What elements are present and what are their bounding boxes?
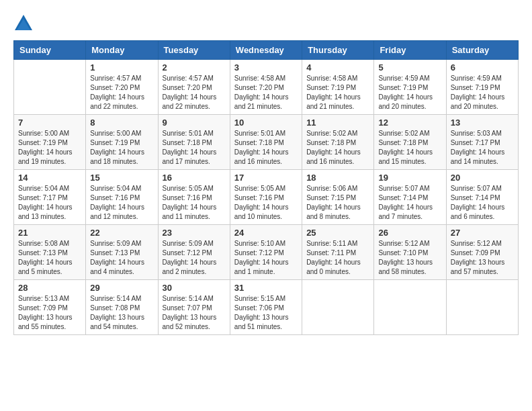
day-info: Sunrise: 5:12 AM Sunset: 7:10 PM Dayligh… — [378, 239, 441, 277]
calendar-cell: 8Sunrise: 5:00 AM Sunset: 7:19 PM Daylig… — [86, 115, 158, 170]
day-info: Sunrise: 5:09 AM Sunset: 7:12 PM Dayligh… — [163, 239, 226, 277]
day-number: 23 — [163, 228, 226, 238]
calendar-cell: 30Sunrise: 5:14 AM Sunset: 7:07 PM Dayli… — [158, 280, 230, 335]
day-number: 4 — [306, 62, 369, 73]
day-info: Sunrise: 5:01 AM Sunset: 7:18 PM Dayligh… — [163, 129, 226, 167]
calendar-table: SundayMondayTuesdayWednesdayThursdayFrid… — [13, 40, 519, 335]
calendar-cell: 16Sunrise: 5:05 AM Sunset: 7:16 PM Dayli… — [158, 170, 230, 225]
calendar-week-1: 1Sunrise: 4:57 AM Sunset: 7:20 PM Daylig… — [14, 60, 519, 115]
calendar-cell: 21Sunrise: 5:08 AM Sunset: 7:13 PM Dayli… — [14, 225, 86, 280]
day-info: Sunrise: 5:00 AM Sunset: 7:19 PM Dayligh… — [90, 129, 153, 167]
weekday-header-row: SundayMondayTuesdayWednesdayThursdayFrid… — [14, 41, 519, 60]
day-info: Sunrise: 5:10 AM Sunset: 7:12 PM Dayligh… — [234, 239, 298, 277]
day-info: Sunrise: 4:57 AM Sunset: 7:20 PM Dayligh… — [163, 74, 226, 111]
calendar-cell: 28Sunrise: 5:13 AM Sunset: 7:09 PM Dayli… — [14, 280, 86, 335]
day-number: 16 — [163, 173, 226, 183]
day-info: Sunrise: 4:57 AM Sunset: 7:20 PM Dayligh… — [90, 74, 153, 111]
day-number: 17 — [234, 173, 298, 183]
day-number: 24 — [234, 228, 298, 238]
day-number: 26 — [378, 228, 441, 238]
calendar-cell: 7Sunrise: 5:00 AM Sunset: 7:19 PM Daylig… — [14, 115, 86, 170]
day-info: Sunrise: 5:00 AM Sunset: 7:19 PM Dayligh… — [18, 129, 81, 167]
calendar-cell — [14, 60, 86, 115]
logo — [13, 13, 36, 34]
day-number: 30 — [163, 283, 226, 293]
calendar-cell: 13Sunrise: 5:03 AM Sunset: 7:17 PM Dayli… — [446, 115, 518, 170]
calendar-cell: 2Sunrise: 4:57 AM Sunset: 7:20 PM Daylig… — [158, 60, 230, 115]
calendar-cell: 27Sunrise: 5:12 AM Sunset: 7:09 PM Dayli… — [446, 225, 518, 280]
day-number: 1 — [90, 62, 153, 73]
day-info: Sunrise: 5:08 AM Sunset: 7:13 PM Dayligh… — [18, 239, 81, 277]
day-info: Sunrise: 5:14 AM Sunset: 7:07 PM Dayligh… — [163, 294, 226, 332]
day-info: Sunrise: 5:07 AM Sunset: 7:14 PM Dayligh… — [378, 184, 441, 222]
weekday-header-wednesday: Wednesday — [230, 41, 302, 60]
calendar-cell: 18Sunrise: 5:06 AM Sunset: 7:15 PM Dayli… — [302, 170, 374, 225]
day-info: Sunrise: 5:03 AM Sunset: 7:17 PM Dayligh… — [451, 129, 514, 167]
calendar-cell: 6Sunrise: 4:59 AM Sunset: 7:19 PM Daylig… — [446, 60, 518, 115]
calendar-cell: 14Sunrise: 5:04 AM Sunset: 7:17 PM Dayli… — [14, 170, 86, 225]
calendar-cell: 19Sunrise: 5:07 AM Sunset: 7:14 PM Dayli… — [374, 170, 446, 225]
calendar-cell: 5Sunrise: 4:59 AM Sunset: 7:19 PM Daylig… — [374, 60, 446, 115]
day-info: Sunrise: 5:02 AM Sunset: 7:18 PM Dayligh… — [306, 129, 369, 167]
day-info: Sunrise: 4:58 AM Sunset: 7:19 PM Dayligh… — [306, 74, 369, 111]
calendar-cell: 20Sunrise: 5:07 AM Sunset: 7:14 PM Dayli… — [446, 170, 518, 225]
day-number: 25 — [306, 228, 369, 238]
day-info: Sunrise: 5:15 AM Sunset: 7:06 PM Dayligh… — [234, 294, 298, 332]
day-info: Sunrise: 5:07 AM Sunset: 7:14 PM Dayligh… — [451, 184, 514, 222]
day-number: 21 — [18, 228, 81, 238]
day-number: 10 — [234, 118, 298, 128]
logo-icon — [13, 13, 34, 34]
day-number: 6 — [451, 62, 514, 73]
weekday-header-friday: Friday — [374, 41, 446, 60]
calendar-cell: 12Sunrise: 5:02 AM Sunset: 7:18 PM Dayli… — [374, 115, 446, 170]
calendar-cell: 24Sunrise: 5:10 AM Sunset: 7:12 PM Dayli… — [230, 225, 302, 280]
weekday-header-thursday: Thursday — [302, 41, 374, 60]
calendar-cell: 25Sunrise: 5:11 AM Sunset: 7:11 PM Dayli… — [302, 225, 374, 280]
calendar-cell: 26Sunrise: 5:12 AM Sunset: 7:10 PM Dayli… — [374, 225, 446, 280]
calendar-cell: 31Sunrise: 5:15 AM Sunset: 7:06 PM Dayli… — [230, 280, 302, 335]
weekday-header-saturday: Saturday — [446, 41, 518, 60]
day-number: 2 — [163, 62, 226, 73]
day-info: Sunrise: 4:59 AM Sunset: 7:19 PM Dayligh… — [378, 74, 441, 111]
calendar-cell: 3Sunrise: 4:58 AM Sunset: 7:20 PM Daylig… — [230, 60, 302, 115]
day-number: 14 — [18, 173, 81, 183]
calendar-week-3: 14Sunrise: 5:04 AM Sunset: 7:17 PM Dayli… — [14, 170, 519, 225]
calendar-week-2: 7Sunrise: 5:00 AM Sunset: 7:19 PM Daylig… — [14, 115, 519, 170]
calendar-cell: 9Sunrise: 5:01 AM Sunset: 7:18 PM Daylig… — [158, 115, 230, 170]
day-info: Sunrise: 5:12 AM Sunset: 7:09 PM Dayligh… — [451, 239, 514, 277]
day-number: 31 — [234, 283, 298, 293]
calendar-cell: 15Sunrise: 5:04 AM Sunset: 7:16 PM Dayli… — [86, 170, 158, 225]
day-info: Sunrise: 4:58 AM Sunset: 7:20 PM Dayligh… — [234, 74, 298, 111]
day-info: Sunrise: 4:59 AM Sunset: 7:19 PM Dayligh… — [451, 74, 514, 111]
calendar-cell: 1Sunrise: 4:57 AM Sunset: 7:20 PM Daylig… — [86, 60, 158, 115]
day-info: Sunrise: 5:04 AM Sunset: 7:16 PM Dayligh… — [90, 184, 153, 222]
day-info: Sunrise: 5:11 AM Sunset: 7:11 PM Dayligh… — [306, 239, 369, 277]
day-number: 12 — [378, 118, 441, 128]
calendar-cell: 22Sunrise: 5:09 AM Sunset: 7:13 PM Dayli… — [86, 225, 158, 280]
calendar-week-4: 21Sunrise: 5:08 AM Sunset: 7:13 PM Dayli… — [14, 225, 519, 280]
day-info: Sunrise: 5:05 AM Sunset: 7:16 PM Dayligh… — [163, 184, 226, 222]
day-info: Sunrise: 5:01 AM Sunset: 7:18 PM Dayligh… — [234, 129, 298, 167]
calendar-cell — [374, 280, 446, 335]
calendar-week-5: 28Sunrise: 5:13 AM Sunset: 7:09 PM Dayli… — [14, 280, 519, 335]
calendar-cell — [302, 280, 374, 335]
weekday-header-sunday: Sunday — [14, 41, 86, 60]
calendar-cell: 17Sunrise: 5:05 AM Sunset: 7:16 PM Dayli… — [230, 170, 302, 225]
day-number: 5 — [378, 62, 441, 73]
calendar-cell: 23Sunrise: 5:09 AM Sunset: 7:12 PM Dayli… — [158, 225, 230, 280]
day-info: Sunrise: 5:02 AM Sunset: 7:18 PM Dayligh… — [378, 129, 441, 167]
calendar-cell — [446, 280, 518, 335]
day-info: Sunrise: 5:06 AM Sunset: 7:15 PM Dayligh… — [306, 184, 369, 222]
day-info: Sunrise: 5:05 AM Sunset: 7:16 PM Dayligh… — [234, 184, 298, 222]
calendar-cell: 11Sunrise: 5:02 AM Sunset: 7:18 PM Dayli… — [302, 115, 374, 170]
day-number: 11 — [306, 118, 369, 128]
day-number: 3 — [234, 62, 298, 73]
day-number: 29 — [90, 283, 153, 293]
weekday-header-tuesday: Tuesday — [158, 41, 230, 60]
day-number: 18 — [306, 173, 369, 183]
page-header — [13, 13, 519, 34]
day-info: Sunrise: 5:14 AM Sunset: 7:08 PM Dayligh… — [90, 294, 153, 332]
day-number: 15 — [90, 173, 153, 183]
calendar-cell: 4Sunrise: 4:58 AM Sunset: 7:19 PM Daylig… — [302, 60, 374, 115]
day-info: Sunrise: 5:13 AM Sunset: 7:09 PM Dayligh… — [18, 294, 81, 332]
